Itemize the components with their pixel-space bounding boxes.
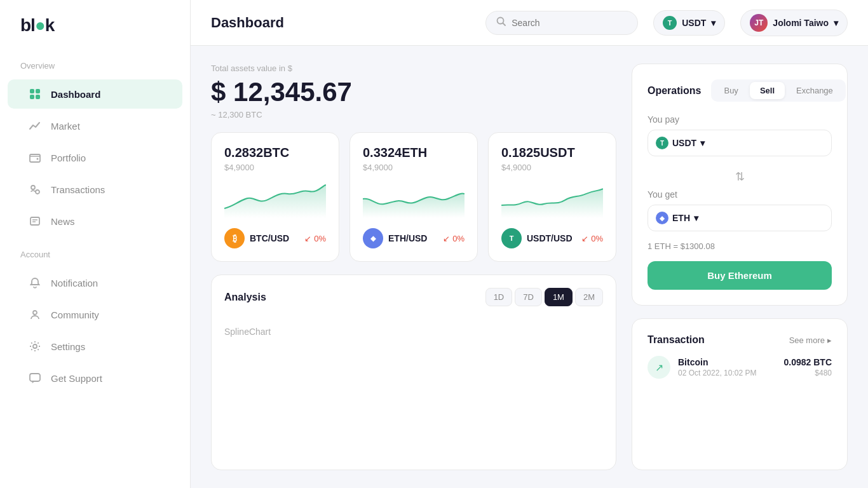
sidebar-item-get-support[interactable]: Get Support [8, 363, 182, 393]
eth-coin-icon: ◆ [363, 228, 383, 248]
pay-tether-icon: T [656, 137, 668, 149]
sidebar-item-notification[interactable]: Notification [8, 268, 182, 297]
usdt-coin-icon: T [501, 228, 522, 248]
svg-rect-13 [30, 374, 40, 381]
overview-section-label: Overview [0, 56, 190, 76]
eth-footer: ◆ ETH/USD ↙ 0% [363, 228, 465, 248]
get-currency-label: ETH [672, 213, 690, 223]
tab-2m[interactable]: 2M [575, 288, 603, 306]
you-get-label: You get [648, 189, 832, 200]
news-icon [28, 214, 42, 228]
you-get-input[interactable] [703, 213, 824, 223]
account-section-label: Account [0, 245, 190, 264]
svg-point-6 [31, 186, 35, 189]
transaction-card: Transaction See more ▸ ↗ Bitcoin 02 Oct … [632, 318, 848, 470]
currency-label: USDT [682, 18, 706, 28]
sidebar-item-market[interactable]: Market [8, 111, 182, 140]
search-bar[interactable] [485, 11, 638, 35]
header: Dashboard T USDT ▾ JT Jolomi Taiwo ▾ [191, 0, 868, 46]
sidebar-item-transactions-label: Transactions [51, 184, 105, 195]
table-row: ↗ Bitcoin 02 Oct 2022, 10:02 PM 0.0982 B… [648, 356, 832, 379]
logo-dot: ● [35, 15, 45, 35]
get-eth-icon: ◆ [656, 212, 668, 224]
chevron-right-icon: ▸ [827, 336, 832, 345]
tab-1d[interactable]: 1D [485, 288, 513, 306]
pay-currency-select[interactable]: T USDT ▾ [656, 137, 705, 149]
page-title: Dashboard [211, 15, 470, 31]
sidebar-item-portfolio[interactable]: Portfolio [8, 143, 182, 172]
analysis-card: Analysis 1D 7D 1M 2M SplineChart [211, 274, 616, 470]
svg-point-7 [36, 190, 39, 194]
you-get-input-row[interactable]: ◆ ETH ▾ [648, 205, 832, 231]
btc-amount: 0.2832BTC [224, 146, 326, 160]
buy-ethereum-button[interactable]: Buy Ethereum [648, 261, 832, 290]
pay-chevron-icon: ▾ [700, 138, 705, 148]
eth-change-value: 0% [452, 234, 465, 243]
sidebar-item-get-support-label: Get Support [51, 373, 102, 384]
eth-pair: ◆ ETH/USD [363, 228, 427, 248]
svg-rect-4 [30, 154, 40, 162]
btc-usd: $4,9000 [224, 163, 326, 172]
tab-1m[interactable]: 1M [545, 288, 573, 306]
svg-rect-1 [36, 89, 40, 93]
sidebar-item-settings[interactable]: Settings [8, 332, 182, 361]
transaction-header: Transaction See more ▸ [648, 334, 832, 346]
operations-title: Operations [648, 85, 701, 97]
user-menu[interactable]: JT Jolomi Taiwo ▾ [740, 10, 848, 36]
sidebar-item-community-label: Community [51, 309, 99, 320]
total-assets-btc: ~ 12,300 BTC [211, 110, 616, 119]
tab-7d[interactable]: 7D [515, 288, 542, 306]
get-currency-select[interactable]: ◆ ETH ▾ [656, 212, 698, 224]
tab-buy[interactable]: Buy [714, 82, 748, 99]
sidebar-item-news[interactable]: News [8, 207, 182, 236]
sidebar-item-transactions[interactable]: Transactions [8, 175, 182, 204]
see-more-label: See more [789, 336, 825, 345]
btc-change: ↙ 0% [304, 234, 326, 243]
sidebar-item-community[interactable]: Community [8, 300, 182, 329]
svg-line-15 [503, 23, 506, 25]
btc-pair: ₿ BTC/USD [224, 228, 289, 248]
you-pay-input-row[interactable]: T USDT ▾ [648, 130, 832, 156]
tx-arrow-icon: ↗ [648, 356, 670, 379]
analysis-title: Analysis [224, 292, 266, 303]
exchange-rate: 1 ETH = $1300.08 [648, 241, 832, 251]
chart-icon [28, 119, 42, 133]
sidebar-item-dashboard[interactable]: Dashboard [8, 79, 182, 109]
spline-chart: SplineChart [224, 316, 603, 347]
tx-btc-amount: 0.0982 BTC [784, 357, 832, 367]
tx-info: Bitcoin 02 Oct 2022, 10:02 PM [678, 357, 776, 377]
usdt-pair-label: USDT/USD [527, 233, 573, 243]
usdt-chart [501, 180, 603, 218]
currency-selector[interactable]: T USDT ▾ [653, 10, 725, 36]
grid-icon [28, 87, 42, 101]
btc-pair-label: BTC/USD [250, 233, 289, 243]
tx-usd-amount: $480 [784, 369, 832, 377]
swap-icon[interactable]: ⇅ [729, 166, 750, 187]
eth-arrow-icon: ↙ [443, 234, 450, 243]
btc-card: 0.2832BTC $4,9000 [211, 132, 339, 262]
eth-card: 0.3324ETH $4,9000 [349, 132, 478, 262]
tab-sell[interactable]: Sell [750, 82, 785, 99]
main-area: Dashboard T USDT ▾ JT Jolomi Taiwo ▾ [191, 0, 868, 488]
see-more-link[interactable]: See more ▸ [789, 336, 832, 345]
svg-point-5 [37, 158, 39, 160]
usdt-card: 0.1825USDT $4,9000 [488, 132, 616, 262]
bell-icon [28, 276, 42, 290]
eth-usd: $4,9000 [363, 163, 465, 172]
tab-exchange[interactable]: Exchange [786, 82, 843, 99]
logo-text-1: bl [20, 15, 35, 35]
usdt-change-value: 0% [591, 234, 603, 243]
you-pay-input[interactable] [710, 138, 824, 148]
eth-amount: 0.3324ETH [363, 146, 465, 160]
gear-icon [28, 339, 42, 353]
btc-coin-icon: ₿ [224, 228, 245, 248]
eth-chart [363, 180, 465, 218]
usdt-amount: 0.1825USDT [501, 146, 603, 160]
arrow-down-icon: ↙ [304, 234, 311, 243]
community-icon [28, 308, 42, 322]
search-input[interactable] [512, 18, 627, 28]
eth-pair-label: ETH/USD [388, 233, 427, 243]
svg-point-11 [33, 311, 37, 315]
analysis-header: Analysis 1D 7D 1M 2M [224, 288, 603, 306]
user-name: Jolomi Taiwo [773, 18, 829, 28]
